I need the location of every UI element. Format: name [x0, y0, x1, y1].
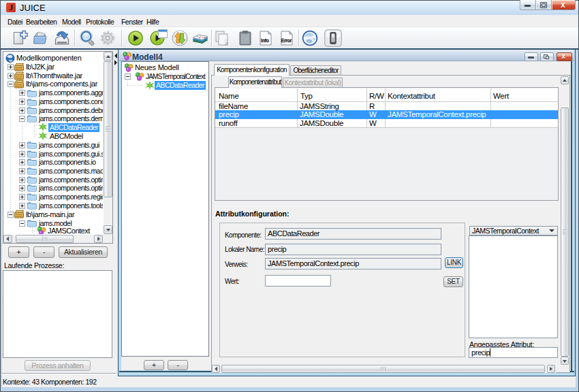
svg-text:Error: Error	[281, 38, 292, 43]
svg-text:Info: Info	[261, 38, 269, 43]
